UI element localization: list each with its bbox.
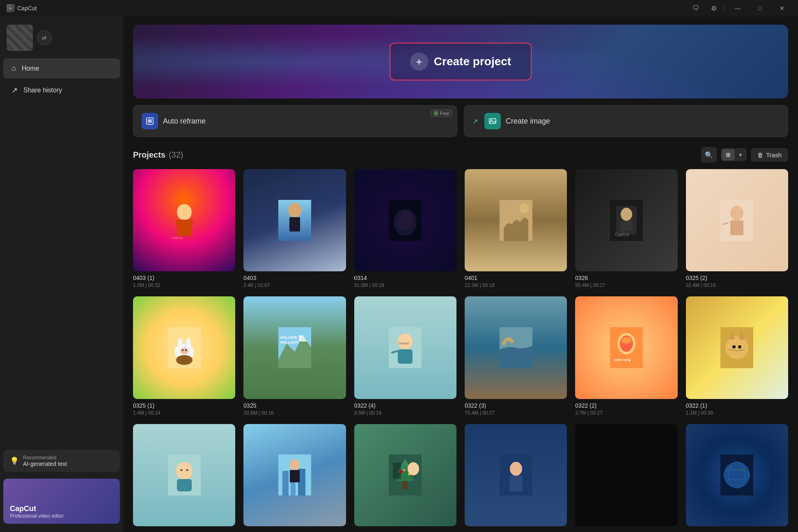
project-name: 0322 (3) — [465, 402, 567, 409]
home-label: Home — [22, 65, 39, 72]
free-badge-icon: ✓ — [433, 111, 438, 116]
view-toggle: ⊞ ▾ — [721, 148, 747, 161]
profile-section: ⇄ — [0, 21, 123, 57]
recommendation-card[interactable]: 💡 Recommended AI-generated text — [3, 450, 120, 472]
table-row[interactable]: CapCut 0326 55.4M | 00:27 — [575, 169, 677, 288]
arrow-icon: ↗ — [472, 117, 478, 125]
svg-rect-59 — [177, 479, 192, 491]
table-row[interactable]: 0322 (3) 75.4M | 00:27 — [465, 296, 567, 415]
thumb-inner: Default — [354, 296, 456, 399]
table-row[interactable] — [575, 424, 677, 531]
create-image-button[interactable]: ↗ Create image — [464, 105, 788, 137]
svg-text:HALAICR: HALAICR — [280, 335, 297, 339]
thumb-inner — [686, 424, 788, 526]
main-layout: ⇄ ⌂ Home ↗ Share history 💡 Recommended A… — [0, 16, 798, 532]
project-name: 0403 — [243, 275, 346, 281]
table-row[interactable]: 0325 (2) 32.4M | 00:16 — [686, 169, 788, 288]
free-badge-text: Free — [440, 111, 449, 116]
auto-reframe-label: Auto reframe — [163, 117, 206, 126]
table-row[interactable]: 0403 2.4K | 01:07 — [243, 169, 346, 288]
search-button[interactable]: 🔍 — [701, 147, 717, 163]
svg-rect-21 — [620, 221, 633, 231]
thumb-inner — [243, 169, 346, 271]
sidebar-item-home[interactable]: ⌂ Home — [3, 58, 120, 78]
project-thumbnail — [465, 424, 567, 526]
table-row[interactable] — [465, 424, 567, 531]
projects-count: (32) — [169, 150, 183, 160]
settings-button[interactable]: ⚙ — [706, 2, 721, 15]
project-thumbnail — [465, 296, 567, 399]
svg-text:CapCut: CapCut — [171, 236, 183, 240]
table-row[interactable] — [133, 424, 235, 531]
svg-rect-76 — [393, 463, 401, 479]
minimize-button[interactable]: — — [728, 2, 747, 15]
project-name: 0325 — [243, 402, 346, 409]
feature-row: Auto reframe ✓ Free ↗ Create image — [133, 105, 788, 137]
svg-text:Default: Default — [399, 342, 409, 345]
svg-rect-79 — [509, 476, 523, 491]
titlebar-divider — [725, 5, 725, 11]
thumb-inner: CapCut — [575, 169, 677, 271]
project-thumbnail: Default — [354, 296, 456, 399]
svg-point-66 — [290, 459, 300, 470]
table-row[interactable]: 0325 (1) 1.4M | 00:14 — [133, 296, 235, 415]
table-row[interactable] — [354, 424, 456, 531]
svg-rect-67 — [290, 470, 300, 482]
table-row[interactable]: 0314 51.0M | 00:18 — [354, 169, 456, 288]
auto-reframe-button[interactable]: Auto reframe ✓ Free — [133, 105, 457, 137]
thumb-inner — [243, 424, 346, 526]
projects-title-text: Projects — [133, 150, 165, 160]
grid-view-button[interactable]: ⊞ — [722, 149, 735, 161]
svg-point-82 — [724, 462, 750, 488]
create-project-button[interactable]: + Create project — [390, 43, 532, 80]
svg-text:CapCut: CapCut — [615, 232, 629, 237]
table-row[interactable]: 0401 12.5M | 00:18 — [465, 169, 567, 288]
table-row[interactable]: Default 0322 (4) 8.5M | 00:19 — [354, 296, 456, 415]
app-logo: ✂ CapCut — [7, 4, 37, 12]
project-meta: 55.4M | 00:27 — [575, 282, 677, 288]
maximize-button[interactable]: □ — [750, 2, 769, 15]
table-row[interactable]: 0322 (1) 1.1M | 00:38 — [686, 296, 788, 415]
project-name: 0326 — [575, 275, 677, 281]
svg-text:HALLACH: HALLACH — [280, 340, 298, 344]
svg-point-78 — [510, 462, 522, 476]
feedback-button[interactable]: 🗨 — [688, 2, 703, 15]
project-meta: 8.5M | 00:19 — [354, 410, 456, 416]
svg-point-58 — [176, 462, 193, 480]
banner-content: CapCut Professional video editor — [10, 504, 64, 519]
table-row[interactable]: aster song 0322 (2) 2.7M | 00:27 — [575, 296, 677, 415]
app-name: CapCut — [17, 5, 37, 11]
titlebar-left: ✂ CapCut — [7, 4, 37, 12]
logo-icon: ✂ — [7, 4, 15, 12]
table-row[interactable] — [243, 424, 346, 531]
trash-icon: 🗑 — [757, 151, 764, 158]
svg-point-74 — [403, 469, 406, 471]
trash-button[interactable]: 🗑 Trash — [751, 148, 788, 162]
table-row[interactable] — [686, 424, 788, 531]
banner-title: CapCut — [10, 504, 64, 513]
table-row[interactable]: CapCut 0403 (1) 1.0M | 00:32 — [133, 169, 235, 288]
thumb-inner — [686, 169, 788, 271]
list-view-button[interactable]: ▾ — [735, 149, 746, 161]
close-button[interactable]: ✕ — [773, 2, 791, 15]
thumb-inner — [465, 424, 567, 526]
svg-rect-25 — [730, 220, 743, 235]
hero-section: + Create project — [133, 25, 788, 99]
project-thumbnail: CapCut — [133, 169, 235, 271]
svg-point-53 — [732, 345, 736, 349]
grid-icon: ⊞ — [726, 151, 731, 158]
project-thumbnail — [575, 424, 677, 526]
profile-switch-button[interactable]: ⇄ — [37, 30, 52, 45]
sidebar-item-share-history[interactable]: ↗ Share history — [3, 80, 120, 101]
svg-point-30 — [186, 338, 191, 348]
projects-actions: 🔍 ⊞ ▾ 🗑 Trash — [701, 147, 788, 163]
thumb-inner — [686, 296, 788, 399]
project-meta: 2.4K | 01:07 — [243, 282, 346, 288]
thumb-inner — [465, 296, 567, 399]
sidebar-spacer — [0, 101, 123, 447]
svg-rect-71 — [403, 481, 408, 489]
project-meta: 1.4M | 00:14 — [133, 410, 235, 416]
table-row[interactable]: HALAICR HALLACH 0325 33.8M | 00:16 — [243, 296, 346, 415]
svg-point-34 — [176, 355, 193, 365]
capcut-banner[interactable]: CapCut Professional video editor — [3, 479, 120, 524]
